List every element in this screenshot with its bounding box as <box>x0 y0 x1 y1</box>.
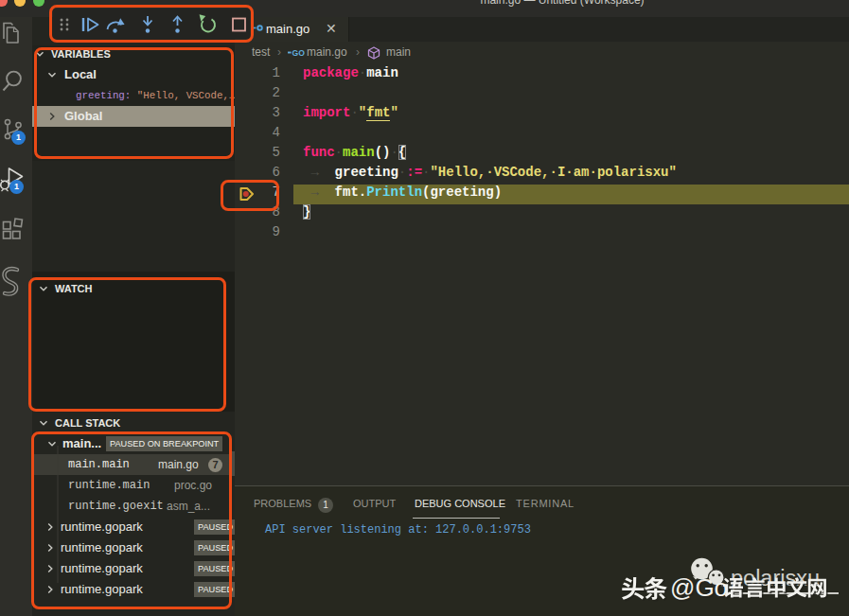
svg-text:GO: GO <box>292 48 305 57</box>
svg-text:@Go: @Go <box>670 573 728 602</box>
